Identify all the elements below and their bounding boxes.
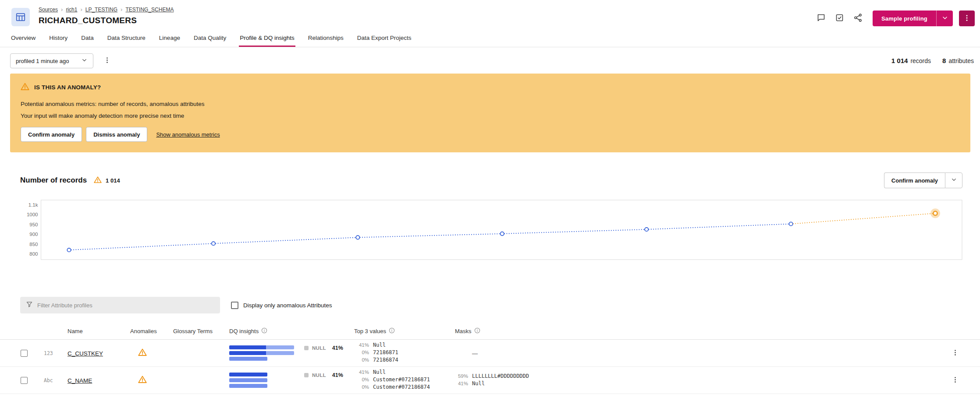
header-actions: Sample profiling [814, 11, 975, 26]
warning-icon [21, 82, 29, 92]
row-checkbox-cell [0, 377, 44, 384]
column-header-anomalies[interactable]: Anomalies [130, 328, 173, 334]
anomaly-warning-icon[interactable] [138, 348, 147, 358]
top-value-text: 72186871 [373, 349, 398, 355]
row-menu-button[interactable] [948, 346, 962, 361]
anomaly-banner: IS THIS AN ANOMALY? Potential anomalous … [10, 74, 970, 152]
null-legend-label: NULL [312, 345, 326, 351]
anomalous-only-checkbox[interactable] [231, 302, 238, 309]
profile-stats: 1 014records 8attributes [891, 57, 974, 65]
svg-text:900: 900 [29, 232, 38, 237]
attribute-type-badge: Abc [44, 377, 67, 383]
masks-cell: — [455, 349, 943, 357]
records-confirm-split-button: Confirm anomaly [884, 172, 962, 188]
records-anomaly-badge: 1 014 [94, 176, 120, 185]
attribute-name-link[interactable]: C_NAME [67, 377, 92, 384]
row-menu-button[interactable] [948, 373, 962, 388]
row-checkbox[interactable] [21, 377, 28, 384]
anomalous-only-toggle[interactable]: Display only anomalous Attributes [231, 302, 332, 309]
tasks-button[interactable] [832, 11, 847, 26]
sample-profiling-button[interactable]: Sample profiling [873, 11, 936, 26]
null-legend: NULL 41% [304, 372, 343, 378]
null-legend-swatch [304, 346, 309, 350]
kebab-menu-icon [952, 376, 959, 385]
records-confirm-anomaly-button[interactable]: Confirm anomaly [884, 172, 945, 188]
records-stat: 1 014records [891, 57, 931, 65]
mask-text: Null [472, 380, 485, 387]
toolbar-more-button[interactable] [99, 53, 114, 68]
tab-bar: Overview History Data Data Structure Lin… [0, 29, 980, 47]
column-header-dq-insights-label: DQ insights [229, 328, 259, 334]
top3-values-cell: 41%Null 0%72186871 0%72186874 [354, 342, 455, 364]
breadcrumb-sources[interactable]: Sources [39, 7, 58, 13]
mask-text: LLLLLLLL#DDDDDDDDD [472, 373, 529, 379]
null-legend-swatch [304, 373, 309, 377]
info-icon[interactable] [474, 327, 480, 335]
attribute-filter[interactable] [20, 297, 220, 313]
chevron-down-icon [951, 176, 957, 184]
top-value-text: 72186874 [373, 357, 398, 363]
row-checkbox[interactable] [21, 350, 28, 357]
dismiss-anomaly-button[interactable]: Dismiss anomaly [86, 127, 147, 142]
top-value-line: 0%Customer#072186871 [354, 376, 455, 384]
tab-relationships[interactable]: Relationships [307, 29, 344, 47]
anomaly-banner-actions: Confirm anomaly Dismiss anomaly Show ano… [21, 127, 960, 142]
column-header-masks[interactable]: Masks [455, 327, 943, 335]
confirm-anomaly-button[interactable]: Confirm anomaly [21, 127, 82, 142]
breadcrumb-source[interactable]: rich1 [66, 7, 77, 13]
info-icon[interactable] [389, 327, 395, 335]
anomaly-banner-line1: Potential anomalous metrics: number of r… [21, 101, 960, 107]
show-anomalous-metrics-link[interactable]: Show anomalous metrics [156, 131, 220, 138]
tab-data-structure[interactable]: Data Structure [107, 29, 146, 47]
row-menu-cell [943, 346, 980, 361]
tab-overview[interactable]: Overview [10, 29, 36, 47]
column-header-top3-values[interactable]: Top 3 values [354, 327, 455, 335]
top-value-pct: 0% [354, 377, 369, 382]
svg-text:800: 800 [29, 251, 38, 257]
tab-profile-dq-insights[interactable]: Profile & DQ insights [239, 29, 295, 47]
chevron-down-icon [941, 14, 948, 23]
profiled-version-dropdown[interactable]: profiled 1 minute ago [10, 53, 93, 68]
svg-text:950: 950 [29, 222, 38, 227]
column-header-masks-label: Masks [455, 328, 472, 334]
dq-insights-cell: NULL 41% [229, 373, 354, 388]
attributes-count: 8 [942, 57, 946, 64]
breadcrumb-separator: › [80, 6, 82, 13]
header-more-button[interactable] [959, 11, 975, 26]
records-label: records [910, 57, 931, 64]
page-title: RICHARD_CUSTOMERS [39, 16, 174, 25]
chevron-down-icon [81, 57, 88, 65]
tab-data-export-projects[interactable]: Data Export Projects [356, 29, 412, 47]
sample-profiling-dropdown-button[interactable] [936, 11, 953, 26]
breadcrumb-catalog[interactable]: LP_TESTING [85, 7, 117, 13]
svg-text:1000: 1000 [27, 212, 38, 217]
comment-icon [817, 13, 826, 24]
info-icon[interactable] [261, 327, 267, 335]
top-value-pct: 0% [354, 350, 369, 355]
attribute-name-link[interactable]: C_CUSTKEY [67, 350, 103, 357]
tab-history[interactable]: History [48, 29, 68, 47]
top-value-text: Null [373, 369, 386, 375]
mask-pct: 59% [455, 373, 468, 379]
attribute-filter-input[interactable] [37, 302, 214, 309]
column-header-dq-insights[interactable]: DQ insights [229, 327, 354, 335]
top-value-text: Customer#072186871 [373, 376, 430, 383]
tab-data-quality[interactable]: Data Quality [193, 29, 227, 47]
header-main: Sources › rich1 › LP_TESTING › TESTING_S… [39, 6, 174, 26]
column-header-glossary-terms[interactable]: Glossary Terms [173, 328, 229, 334]
tab-lineage[interactable]: Lineage [158, 29, 181, 47]
records-chart: 1.1k1000950900850800 [20, 200, 962, 263]
attribute-type-badge: 123 [44, 350, 67, 356]
column-header-name[interactable]: Name [67, 328, 130, 334]
column-header-top3-label: Top 3 values [354, 328, 386, 334]
top-value-pct: 41% [354, 369, 369, 375]
comment-button[interactable] [814, 11, 829, 26]
records-confirm-dropdown-button[interactable] [945, 172, 962, 188]
breadcrumb-schema[interactable]: TESTING_SCHEMA [125, 7, 174, 13]
anomaly-cell [130, 348, 173, 358]
anomaly-warning-icon[interactable] [138, 375, 147, 385]
attributes-stat: 8attributes [942, 57, 974, 65]
tab-data[interactable]: Data [80, 29, 95, 47]
share-button[interactable] [851, 11, 866, 26]
anomaly-cell [130, 375, 173, 385]
